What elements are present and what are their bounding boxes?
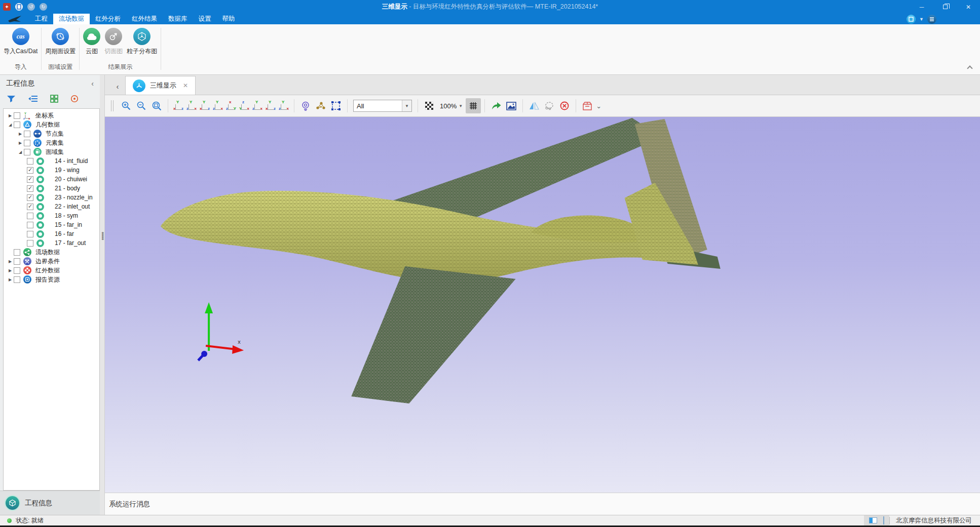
- tree-checkbox[interactable]: [24, 131, 30, 137]
- aircraft-mesh-model[interactable]: x: [105, 117, 980, 493]
- tree-item-node-set[interactable]: ▶节点集: [4, 129, 99, 138]
- dropdown-caret-icon[interactable]: ▼: [919, 17, 924, 22]
- tree-checkbox[interactable]: [27, 176, 33, 183]
- dropdown-caret-icon[interactable]: ▼: [402, 100, 411, 111]
- panel-splitter[interactable]: ●●●●: [100, 75, 105, 515]
- layout-bottom-panel-icon[interactable]: [883, 517, 884, 524]
- filter-icon[interactable]: [7, 95, 16, 105]
- zoom-in-button[interactable]: [119, 98, 134, 113]
- tree-item-surface-21-body[interactable]: 21 - body: [4, 184, 99, 193]
- molecule-button[interactable]: [313, 98, 328, 113]
- snapshot-button[interactable]: [504, 98, 519, 113]
- tree-expand-icon[interactable]: ▶: [7, 277, 14, 282]
- window-restore-button[interactable]: [933, 0, 957, 14]
- undo-icon[interactable]: ↺: [27, 3, 35, 11]
- tree-item-surface-23-nozzle-in[interactable]: 23 - nozzle_in: [4, 193, 99, 202]
- tree-item-surface-19-wing[interactable]: 19 - wing: [4, 166, 99, 175]
- tab-3d-view[interactable]: 三维显示 ✕: [125, 76, 196, 95]
- redo-icon[interactable]: ↻: [40, 3, 47, 11]
- zoom-level-dropdown[interactable]: 100%▼: [437, 102, 466, 110]
- tree-checkbox[interactable]: [24, 149, 30, 155]
- tree-checkbox[interactable]: [24, 140, 30, 146]
- checker-button[interactable]: [422, 98, 437, 113]
- package-button[interactable]: [580, 98, 595, 113]
- zoom-fit-button[interactable]: [149, 98, 164, 113]
- tree-item-report-resources[interactable]: ▶报告资源: [4, 275, 99, 284]
- light-source-button[interactable]: [298, 98, 313, 113]
- view-back-button[interactable]: Yzx: [185, 100, 198, 112]
- zoom-out-button[interactable]: [134, 98, 149, 113]
- splitter-handle[interactable]: ●●●●: [101, 232, 104, 240]
- tree-checkbox[interactable]: [27, 158, 33, 165]
- tree-expand-icon[interactable]: ▶: [7, 113, 14, 118]
- menu-settings[interactable]: 设置: [193, 14, 217, 24]
- tree-checkbox[interactable]: [14, 276, 20, 283]
- view-front-button[interactable]: Yxz: [172, 100, 185, 112]
- tree-checkbox[interactable]: [14, 121, 20, 128]
- tab-close-icon[interactable]: ✕: [183, 82, 188, 89]
- view-bottom-button[interactable]: zYx: [238, 100, 251, 112]
- window-close-button[interactable]: ✕: [957, 0, 980, 14]
- lasso-button[interactable]: [542, 98, 557, 113]
- tree-item-surface-18-sym[interactable]: 18 - sym: [4, 211, 99, 220]
- view-left-button[interactable]: Yxz: [198, 100, 211, 112]
- view-iso-1-button[interactable]: Yzx: [251, 100, 264, 112]
- tree-checkbox[interactable]: [27, 213, 33, 219]
- tree-item-boundary-conditions[interactable]: ▶边界条件: [4, 257, 99, 266]
- particle-distribution-map-button[interactable]: 粒子分布图: [125, 28, 159, 56]
- menu-infrared-results[interactable]: 红外结果: [126, 14, 163, 24]
- app-icon[interactable]: ✦: [3, 3, 11, 11]
- style-dark-icon[interactable]: [927, 15, 936, 24]
- tree-checkbox[interactable]: [27, 194, 33, 201]
- tree-item-surface-14-int-fluid[interactable]: 14 - int_fluid: [4, 156, 99, 166]
- grid-button[interactable]: [466, 98, 481, 113]
- tree-expand-icon[interactable]: ▶: [7, 268, 14, 273]
- toolbar-drag-handle[interactable]: [111, 100, 114, 111]
- tree-checkbox[interactable]: [27, 222, 33, 228]
- tree-item-surface-22-inlet-out[interactable]: 22 - inlet_out: [4, 202, 99, 211]
- view-iso-2-button[interactable]: Yxz: [264, 100, 277, 112]
- tree-expand-icon[interactable]: ◢: [17, 150, 24, 154]
- tree-expand-icon[interactable]: ▶: [7, 259, 14, 264]
- view-top-button[interactable]: xzY: [224, 100, 238, 112]
- menu-help[interactable]: 帮助: [217, 14, 241, 24]
- tree-checkbox[interactable]: [27, 185, 33, 192]
- layout-left-panel-icon[interactable]: [869, 517, 877, 523]
- select-box-button[interactable]: [328, 98, 344, 113]
- view-iso-3-button[interactable]: Yzx: [277, 100, 290, 112]
- menu-flow-field-data[interactable]: 流场数据: [53, 14, 90, 24]
- tree-checkbox[interactable]: [27, 231, 33, 237]
- tab-scroll-left-icon[interactable]: ‹: [110, 82, 125, 95]
- tree-item-surface-17-far-out[interactable]: 17 - far_out: [4, 238, 99, 248]
- locate-target-icon[interactable]: [70, 95, 79, 105]
- filter-list-icon[interactable]: [28, 95, 38, 104]
- import-cas-dat-button[interactable]: cas导入Cas/Dat: [2, 28, 40, 56]
- system-message-panel[interactable]: 系统运行消息: [105, 493, 980, 515]
- tree-checkbox[interactable]: [27, 204, 33, 210]
- tree-checkbox[interactable]: [14, 258, 20, 265]
- view-right-button[interactable]: Yzx: [211, 100, 224, 112]
- tree-checkbox[interactable]: [27, 240, 33, 247]
- tree-item-element-set[interactable]: ▶元素集: [4, 138, 99, 147]
- delete-button[interactable]: [557, 98, 572, 113]
- periodic-face-settings-button[interactable]: 周期面设置: [43, 28, 78, 56]
- contour-map-button[interactable]: 云图: [81, 28, 102, 56]
- new-file-icon[interactable]: [15, 3, 23, 11]
- tree-item-coordinate-system[interactable]: ▶Yzx坐标系: [4, 111, 99, 120]
- tree-item-geometry-data[interactable]: ◢几何数据: [4, 120, 99, 129]
- panel-collapse-icon[interactable]: ‹: [91, 79, 94, 88]
- package-caret-icon[interactable]: ⌄: [596, 102, 601, 110]
- tree-checkbox[interactable]: [14, 249, 20, 256]
- export-button[interactable]: [488, 98, 504, 113]
- tree-item-surface-16-far[interactable]: 16 - far: [4, 229, 99, 238]
- project-panel-tab[interactable]: 工程信息: [0, 491, 100, 515]
- tree-expand-icon[interactable]: ▶: [17, 132, 24, 136]
- tree-checkbox[interactable]: [14, 112, 20, 119]
- menu-project[interactable]: 工程: [29, 14, 53, 24]
- tree-item-flow-data[interactable]: 流场数据: [4, 248, 99, 257]
- window-minimize-button[interactable]: ─: [910, 0, 933, 14]
- tree-item-infrared-data[interactable]: ▶红外数据: [4, 266, 99, 275]
- tree-checkbox[interactable]: [14, 267, 20, 274]
- menu-database[interactable]: 数据库: [163, 14, 193, 24]
- tree-expand-icon[interactable]: ◢: [7, 123, 14, 127]
